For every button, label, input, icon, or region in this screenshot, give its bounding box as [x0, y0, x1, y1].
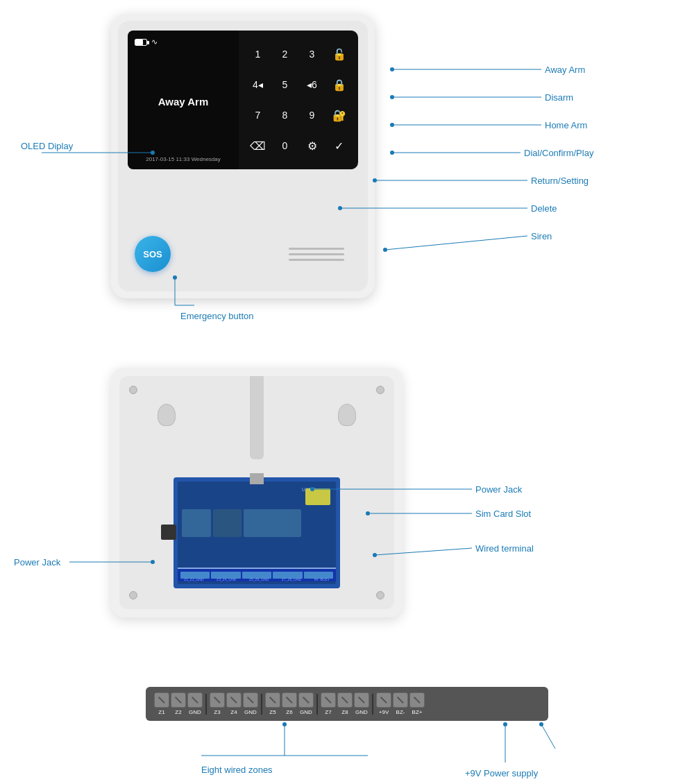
terminal-z1: Z1 [154, 692, 169, 715]
key-away-arm[interactable]: 🔓 [327, 40, 351, 68]
terminal-screw-z7[interactable] [321, 692, 336, 708]
oled-display: ∿ Away Arm 2017-03-15 11:33 Wednesday [128, 31, 239, 169]
svg-line-34 [541, 724, 555, 749]
key-2[interactable]: 2 [273, 40, 297, 68]
terminal-strip-container: Z1 Z2 GND Z3 Z4 [146, 687, 548, 784]
touchscreen[interactable]: ∿ Away Arm 2017-03-15 11:33 Wednesday 1 … [128, 31, 358, 169]
ann-sos-label: Emergency button [180, 311, 254, 321]
battery-icon [135, 39, 147, 46]
key-5[interactable]: 5 [273, 71, 297, 99]
terminal-label-bzminus: BZ- [396, 709, 405, 715]
ann-siren-label: Siren [531, 231, 552, 241]
ann-eight-zones: Eight wired zones [201, 765, 273, 775]
terminal-screw-z2[interactable] [171, 692, 186, 708]
terminal-bz-: BZ- [393, 692, 408, 715]
svg-point-6 [390, 95, 394, 99]
terminal-strip: Z1 Z2 GND Z3 Z4 [146, 687, 548, 721]
front-panel-section: ∿ Away Arm 2017-03-15 11:33 Wednesday 1 … [0, 0, 694, 347]
ann-delete-label: Delete [531, 203, 557, 214]
oled-status-text: Away Arm [135, 96, 232, 108]
pcb-chip-3 [244, 509, 301, 537]
terminal-label-gnd2: GND [244, 709, 257, 715]
back-panel-section: UART [0, 354, 694, 673]
terminal-screw-9v[interactable] [376, 692, 391, 708]
terminal-gnd1: GND [187, 692, 203, 715]
svg-point-16 [383, 248, 387, 252]
screw-br [376, 591, 384, 599]
svg-point-35 [539, 722, 543, 726]
terminal-screw-gnd1[interactable] [187, 692, 203, 708]
terminal-label-gnd3: GND [300, 709, 312, 715]
terminal-label-z6: Z6 [286, 709, 292, 715]
key-6[interactable]: ◂6 [300, 71, 324, 99]
key-disarm[interactable]: 🔒 [327, 71, 351, 99]
terminal-screw-gnd2[interactable] [243, 692, 258, 708]
ann-power-jack-left: Power Jack [14, 557, 61, 568]
terminal-9v: +9V [376, 692, 391, 715]
terminal-screw-z1[interactable] [154, 692, 169, 708]
terminal-screw-z8[interactable] [337, 692, 353, 708]
ann-9v-power: +9V Power supply [465, 768, 539, 778]
siren-line-1 [289, 248, 344, 250]
key-home-arm[interactable]: 🔐 [327, 101, 351, 129]
terminal-screw-z5[interactable] [265, 692, 280, 708]
svg-point-33 [503, 722, 507, 726]
terminal-gnd3: GND [298, 692, 314, 715]
ann-dial-label: Dial/Confirm/Play [524, 148, 594, 158]
terminal-screw-z3[interactable] [210, 692, 225, 708]
terminal-screw-gnd4[interactable] [354, 692, 369, 708]
power-jack-component [161, 525, 176, 540]
cable-connector [250, 473, 264, 484]
terminal-bz+: BZ+ [409, 692, 425, 715]
back-device: UART [111, 368, 403, 617]
key-return-setting[interactable]: ⚙ [300, 132, 324, 160]
pcb-chip-2 [213, 509, 242, 537]
sim-card-slot-component [305, 488, 330, 505]
key-4[interactable]: 4◂ [246, 71, 270, 99]
front-bottom: SOS [128, 226, 358, 282]
screw-tl [129, 386, 137, 394]
terminal-label-z1: Z1 [158, 709, 164, 715]
pcb-terminal-labels: Z1_Z2_GND Z3_Z4_GND Z5_Z6_GND Z7_Z8_GND … [178, 577, 336, 581]
terminal-label-gnd4: GND [355, 709, 368, 715]
terminal-label-bzplus: BZ+ [412, 709, 423, 715]
key-7[interactable]: 7 [246, 101, 270, 129]
screw-bl [129, 591, 137, 599]
ann-sim-slot: Sim Card Slot [475, 509, 532, 519]
ann-home-arm-label: Home Arm [545, 120, 587, 130]
oled-status-bar: ∿ [135, 37, 232, 46]
terminal-screw-z4[interactable] [226, 692, 242, 708]
center-divider [250, 376, 264, 459]
terminal-label-z3: Z3 [214, 709, 220, 715]
pcb-chip-1 [182, 509, 211, 537]
terminal-screw-bzplus[interactable] [409, 692, 425, 708]
terminal-screw-bzminus[interactable] [393, 692, 408, 708]
oled-datetime: 2017-03-15 11:33 Wednesday [135, 156, 232, 162]
terminal-label-gnd1: GND [189, 709, 201, 715]
terminal-screw-z6[interactable] [282, 692, 297, 708]
key-9[interactable]: 9 [300, 101, 324, 129]
ann-power-jack-right: Power Jack [475, 484, 523, 495]
terminal-screw-gnd3[interactable] [298, 692, 314, 708]
terminal-gnd4: GND [354, 692, 369, 715]
key-0[interactable]: 0 [273, 132, 297, 160]
key-3[interactable]: 3 [300, 40, 324, 68]
terminal-z5: Z5 [265, 692, 280, 715]
terminal-group-5: +9V BZ- BZ+ [376, 692, 425, 715]
svg-point-31 [282, 722, 287, 726]
terminal-label-z4: Z4 [230, 709, 237, 715]
key-8[interactable]: 8 [273, 101, 297, 129]
key-delete[interactable]: ⌫ [246, 132, 270, 160]
key-dial-confirm[interactable]: ✓ [327, 132, 351, 160]
divider-1 [205, 694, 207, 715]
terminal-label-z7: Z7 [325, 709, 331, 715]
terminal-group-3: Z5 Z6 GND [265, 692, 314, 715]
front-device: ∿ Away Arm 2017-03-15 11:33 Wednesday 1 … [111, 14, 375, 298]
terminal-z6: Z6 [282, 692, 297, 715]
keypad-area: 1 2 3 🔓 4◂ 5 ◂6 🔒 7 8 9 🔐 ⌫ 0 ⚙ ✓ [239, 31, 358, 169]
terminal-label-z8: Z8 [341, 709, 348, 715]
sos-button[interactable]: SOS [135, 236, 171, 272]
key-1[interactable]: 1 [246, 40, 270, 68]
ann-away-arm-label: Away Arm [545, 65, 585, 75]
svg-point-4 [390, 67, 394, 71]
